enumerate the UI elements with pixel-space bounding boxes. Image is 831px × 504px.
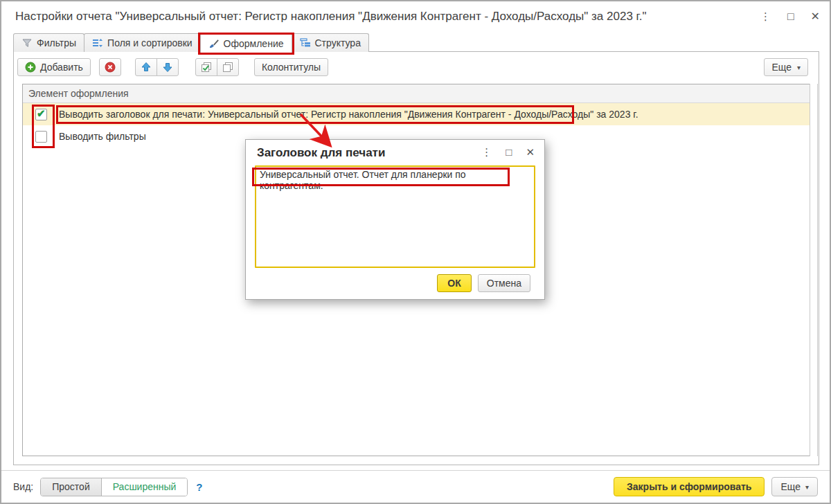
tab-structure[interactable]: Структура xyxy=(292,33,369,52)
chevron-down-icon: ▾ xyxy=(797,64,801,71)
window-title: Настройки отчета "Универсальный отчет: Р… xyxy=(15,10,646,24)
print-title-checkbox[interactable]: ✔ xyxy=(35,109,47,120)
report-settings-window: Настройки отчета "Универсальный отчет: Р… xyxy=(0,0,831,504)
tab-appearance[interactable]: Оформление xyxy=(200,33,292,53)
toolbar-more-button[interactable]: Еще ▾ xyxy=(764,58,808,76)
move-up-button[interactable] xyxy=(135,58,157,76)
move-buttons-group xyxy=(135,58,179,76)
check-all-button[interactable] xyxy=(195,58,217,76)
uncheck-all-button[interactable] xyxy=(217,58,239,76)
headers-footers-button[interactable]: Колонтитулы xyxy=(254,58,328,76)
footer-more-button[interactable]: Еще ▾ xyxy=(771,477,818,496)
titlebar: Настройки отчета "Универсальный отчет: Р… xyxy=(1,1,830,32)
window-menu-icon[interactable]: ⋮ xyxy=(760,8,771,25)
cancel-button[interactable]: Отмена xyxy=(478,274,530,292)
structure-icon xyxy=(300,37,311,48)
delete-button[interactable] xyxy=(99,58,121,76)
view-simple-button[interactable]: Простой xyxy=(41,478,102,496)
fields-sort-icon xyxy=(92,37,103,48)
print-title-textarea[interactable]: Универсальный отчет. Отчет для планерки … xyxy=(255,165,535,268)
add-button-label: Добавить xyxy=(40,62,83,73)
print-title-dialog: Заголовок для печати ⋮ □ ✕ Универсальный… xyxy=(245,139,545,300)
dialog-buttons: ОК Отмена xyxy=(437,274,530,292)
output-filters-checkbox[interactable] xyxy=(35,131,47,143)
toolbar-more-label: Еще xyxy=(771,62,792,73)
uncheck-all-icon xyxy=(222,62,233,73)
arrow-up-icon xyxy=(141,62,152,73)
dialog-maximize-icon[interactable]: □ xyxy=(506,145,512,160)
close-icon[interactable]: ✕ xyxy=(811,8,820,25)
window-controls: ⋮ □ ✕ xyxy=(760,8,820,25)
dialog-close-icon[interactable]: ✕ xyxy=(526,145,535,160)
tab-structure-label: Структура xyxy=(315,37,361,48)
tab-filters-label: Фильтры xyxy=(37,37,76,48)
view-toggle-group: Простой Расширенный xyxy=(40,478,188,496)
table-row-print-title-label: Выводить заголовок для печати: Универсал… xyxy=(59,109,638,120)
ok-button[interactable]: ОК xyxy=(437,274,471,292)
view-advanced-button[interactable]: Расширенный xyxy=(102,478,188,496)
headers-footers-label: Колонтитулы xyxy=(262,62,321,73)
tab-fields-sorting[interactable]: Поля и сортировки xyxy=(84,33,201,52)
dialog-title: Заголовок для печати xyxy=(257,146,385,160)
footer-more-label: Еще xyxy=(780,481,801,492)
delete-icon xyxy=(105,62,116,73)
chevron-down-icon: ▾ xyxy=(805,483,809,491)
close-and-generate-button[interactable]: Закрыть и сформировать xyxy=(614,477,765,496)
table-row-output-filters-label: Выводить фильтры xyxy=(59,131,146,142)
footer-bar: Вид: Простой Расширенный ? Закрыть и сфо… xyxy=(1,470,830,503)
checkmark-icon: ✔ xyxy=(37,107,46,120)
dialog-menu-icon[interactable]: ⋮ xyxy=(481,145,492,160)
paintbrush-icon xyxy=(208,38,220,49)
add-icon xyxy=(25,62,36,73)
check-buttons-group xyxy=(195,58,239,76)
vertical-scrollbar[interactable] xyxy=(810,84,818,456)
table-column-header[interactable]: Элемент оформления xyxy=(23,84,810,103)
tab-filters[interactable]: Фильтры xyxy=(13,33,84,52)
dialog-controls: ⋮ □ ✕ xyxy=(481,145,535,160)
help-link[interactable]: ? xyxy=(196,481,202,493)
toolbar: Добавить xyxy=(17,57,814,77)
table-row-print-title[interactable]: ✔ Выводить заголовок для печати: Универс… xyxy=(23,103,810,125)
add-button[interactable]: Добавить xyxy=(17,58,91,76)
move-down-button[interactable] xyxy=(157,58,179,76)
view-label: Вид: xyxy=(13,481,33,492)
funnel-icon xyxy=(21,37,33,48)
tab-appearance-label: Оформление xyxy=(224,38,284,49)
maximize-icon[interactable]: □ xyxy=(787,8,794,25)
tab-fields-sorting-label: Поля и сортировки xyxy=(107,37,193,48)
arrow-down-icon xyxy=(162,62,173,73)
tab-bar: Фильтры Поля и сортировки Оформление xyxy=(13,33,369,53)
check-all-icon xyxy=(201,62,212,73)
